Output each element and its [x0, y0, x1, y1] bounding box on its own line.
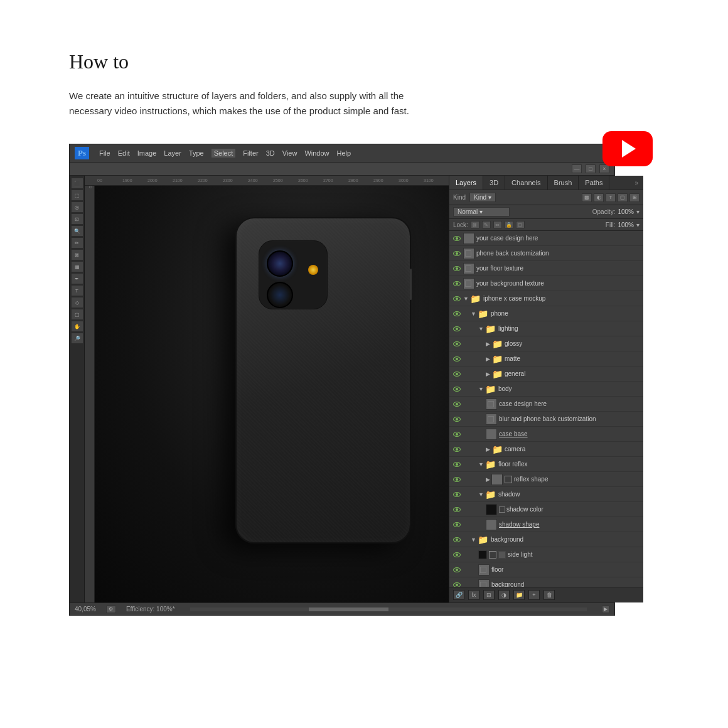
layer-delete-btn[interactable]: 🗑: [543, 590, 555, 600]
layer-item-folder[interactable]: ▶ 📁 matte: [449, 351, 643, 367]
layer-item[interactable]: phone back customization: [449, 246, 643, 261]
scroll-bar[interactable]: [190, 608, 587, 611]
tab-3d[interactable]: 3D: [483, 176, 505, 190]
tab-channels[interactable]: Channels: [505, 176, 547, 190]
layer-visibility-3[interactable]: [452, 264, 462, 274]
layer-visibility-15[interactable]: [452, 444, 462, 454]
tool-brush[interactable]: ✏: [72, 238, 83, 248]
blend-mode-select[interactable]: Normal ▾: [453, 207, 510, 217]
layer-item[interactable]: your background texture: [449, 276, 643, 291]
layer-item[interactable]: side light: [449, 547, 643, 562]
tab-layers[interactable]: Layers: [449, 176, 483, 190]
menu-view[interactable]: View: [282, 149, 297, 157]
layer-visibility-17[interactable]: [452, 474, 462, 484]
filter-kind-select[interactable]: Kind ▾: [469, 193, 496, 202]
tool-select[interactable]: ⬚: [72, 190, 83, 200]
filter-icon-pixel[interactable]: ▩: [582, 193, 592, 202]
layer-item-folder[interactable]: ▶ 📁 camera: [449, 442, 643, 457]
layer-item[interactable]: case base: [449, 427, 643, 442]
layer-item[interactable]: floor: [449, 562, 643, 577]
tool-move[interactable]: ⬛: [72, 178, 83, 188]
layer-item-folder[interactable]: ▼ 📁 background: [449, 532, 643, 547]
lock-icon-artboard[interactable]: ⊡: [516, 221, 525, 228]
tool-zoom[interactable]: 🔎: [72, 333, 83, 343]
layer-item-folder[interactable]: ▼ 📁 floor reflex: [449, 457, 643, 472]
lock-icon-draw[interactable]: ✎: [482, 221, 491, 228]
tool-path[interactable]: ◇: [72, 297, 83, 308]
maximize-button[interactable]: □: [586, 164, 596, 173]
layer-visibility-1[interactable]: [452, 233, 462, 244]
menu-image[interactable]: Image: [137, 149, 157, 157]
layer-visibility-8[interactable]: [452, 339, 462, 349]
layer-item-folder[interactable]: ▶ 📁 general: [449, 367, 643, 382]
layer-item[interactable]: your floor texture: [449, 261, 643, 276]
layer-visibility-10[interactable]: [452, 369, 462, 379]
layer-visibility-4[interactable]: [452, 279, 462, 289]
filter-icon-shape[interactable]: ▢: [618, 193, 628, 202]
tool-pen[interactable]: ✒: [72, 274, 83, 284]
layer-visibility-23[interactable]: [452, 565, 462, 575]
layer-visibility-20[interactable]: [452, 520, 462, 530]
layer-visibility-2[interactable]: [452, 249, 462, 259]
layer-mask-btn[interactable]: ⊟: [483, 590, 495, 600]
tab-paths[interactable]: Paths: [579, 176, 609, 190]
layer-folder-btn[interactable]: 📁: [513, 590, 525, 600]
layer-visibility-9[interactable]: [452, 354, 462, 364]
layer-item[interactable]: blur and phone back customization: [449, 412, 643, 427]
layer-item-folder[interactable]: ▼ 📁 body: [449, 382, 643, 397]
layer-adjust-btn[interactable]: ◑: [498, 590, 510, 600]
layer-item-folder[interactable]: ▼ 📁 lighting: [449, 321, 643, 336]
lock-icon-transform[interactable]: ⊠: [471, 221, 479, 228]
menu-file[interactable]: File: [99, 149, 110, 157]
tool-lasso[interactable]: ◎: [72, 202, 83, 212]
layer-new-btn[interactable]: +: [528, 590, 540, 600]
menu-window[interactable]: Window: [304, 149, 329, 157]
layer-item-folder[interactable]: ▶ 📁 glossy: [449, 336, 643, 351]
layer-item[interactable]: case design here: [449, 397, 643, 412]
layer-visibility-14[interactable]: [452, 429, 462, 439]
layer-item-folder[interactable]: ▼ 📁 phone: [449, 306, 643, 321]
layer-fx-btn[interactable]: fx: [468, 590, 479, 600]
menu-3d[interactable]: 3D: [266, 149, 275, 157]
layer-item[interactable]: background: [449, 577, 643, 587]
tool-gradient[interactable]: ▦: [72, 262, 83, 272]
tool-shapes[interactable]: ▢: [72, 309, 83, 319]
tool-stamp[interactable]: ⊠: [72, 250, 83, 260]
layer-item-folder[interactable]: ▼ 📁 shadow: [449, 487, 643, 502]
layer-visibility-13[interactable]: [452, 414, 462, 424]
tool-type[interactable]: T: [72, 286, 83, 296]
menu-type[interactable]: Type: [189, 149, 204, 157]
lock-icon-all[interactable]: 🔒: [505, 221, 513, 228]
minimize-button[interactable]: —: [572, 164, 582, 173]
menu-layer[interactable]: Layer: [164, 149, 181, 157]
layer-visibility-16[interactable]: [452, 459, 462, 469]
layer-visibility-18[interactable]: [452, 490, 462, 500]
layer-visibility-21[interactable]: [452, 535, 462, 545]
ps-layer-list[interactable]: your case design here phone back customi…: [449, 231, 643, 587]
filter-icon-type[interactable]: T: [606, 193, 616, 202]
layer-item[interactable]: shadow shape: [449, 517, 643, 532]
menu-filter[interactable]: Filter: [243, 149, 258, 157]
layer-visibility-11[interactable]: [452, 384, 462, 394]
layers-more-btn[interactable]: »: [629, 176, 643, 190]
layer-visibility-19[interactable]: [452, 505, 462, 515]
ps-canvas[interactable]: [95, 186, 449, 602]
layer-visibility-6[interactable]: [452, 309, 462, 319]
tool-eye[interactable]: 🔍: [72, 226, 83, 236]
layer-visibility-24[interactable]: [452, 580, 462, 587]
layer-link-btn[interactable]: 🔗: [453, 590, 464, 600]
youtube-button[interactable]: [602, 131, 653, 166]
filter-icon-smart[interactable]: ⊞: [629, 193, 640, 202]
menu-help[interactable]: Help: [337, 149, 351, 157]
filter-icon-adjust[interactable]: ◐: [594, 193, 604, 202]
status-arrow-right[interactable]: ▶: [602, 606, 609, 613]
menu-edit[interactable]: Edit: [118, 149, 130, 157]
menu-select[interactable]: Select: [211, 149, 236, 158]
layer-item-folder[interactable]: ▼ 📁 iphone x case mockup: [449, 291, 643, 306]
layer-item[interactable]: your case design here: [449, 231, 643, 246]
layer-visibility-22[interactable]: [452, 550, 462, 560]
layer-item[interactable]: shadow color: [449, 502, 643, 517]
lock-icon-move[interactable]: ⇔: [493, 221, 502, 228]
layer-visibility-7[interactable]: [452, 324, 462, 334]
layer-visibility-12[interactable]: [452, 399, 462, 409]
